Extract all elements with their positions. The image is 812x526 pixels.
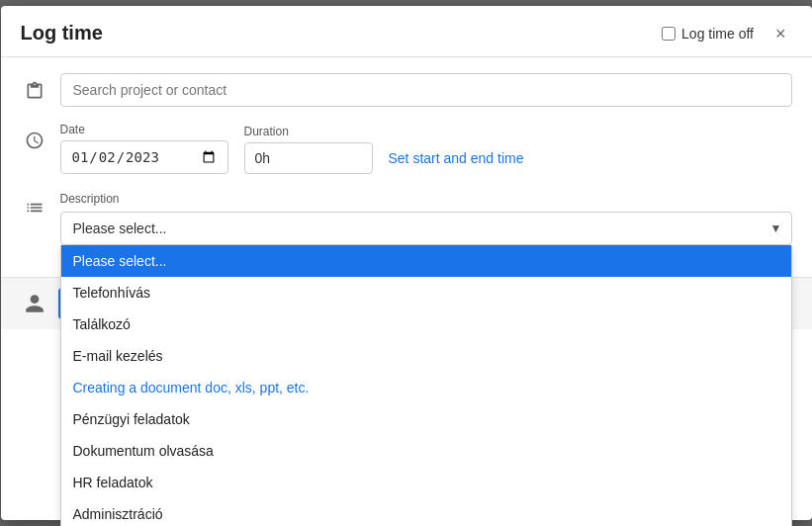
search-row: [21, 73, 792, 107]
description-field-content: Description Please select...Telefonhívás…: [60, 190, 792, 245]
duration-group: Duration: [244, 125, 373, 174]
dropdown-item[interactable]: HR feladatok: [61, 467, 791, 498]
modal-header: Log time Log time off ×: [1, 6, 812, 57]
description-icon: [21, 190, 48, 218]
dropdown-item[interactable]: Please select...: [61, 245, 791, 277]
log-time-off-label[interactable]: Log time off: [662, 26, 754, 42]
date-input[interactable]: [60, 140, 228, 174]
description-label: Description: [60, 192, 120, 206]
log-time-off-checkbox[interactable]: [662, 27, 676, 41]
search-field-content: [60, 73, 792, 107]
dropdown-item[interactable]: Creating a document doc, xls, ppt, etc.: [61, 372, 791, 403]
modal-title: Log time: [21, 22, 103, 44]
description-select-wrapper: Please select...TelefonhívásTalálkozóE-m…: [60, 212, 792, 245]
person-icon: [21, 293, 48, 314]
set-start-end-time-link[interactable]: Set start and end time: [389, 150, 524, 166]
list-svg: [25, 198, 45, 218]
duration-input[interactable]: [244, 142, 373, 174]
close-button[interactable]: ×: [769, 23, 792, 44]
dropdown-item[interactable]: Találkozó: [61, 308, 791, 340]
date-duration-fields: Date Duration Set start and end time: [60, 123, 792, 174]
description-select[interactable]: Please select...TelefonhívásTalálkozóE-m…: [60, 212, 792, 245]
clipboard-icon: [21, 73, 48, 101]
search-input[interactable]: [60, 73, 792, 107]
dropdown-item[interactable]: E-mail kezelés: [61, 340, 791, 372]
description-row: Description Please select...Telefonhívás…: [21, 190, 792, 245]
dropdown-item[interactable]: Adminisztráció: [61, 498, 791, 526]
duration-label: Duration: [244, 125, 373, 138]
date-label: Date: [60, 123, 228, 136]
date-group: Date: [60, 123, 228, 174]
clock-icon: [21, 123, 48, 150]
date-duration-content: Date Duration Set start and end time: [60, 123, 792, 174]
dropdown-list: Please select...TelefonhívásTalálkozóE-m…: [60, 245, 792, 526]
clipboard-svg: [25, 81, 45, 101]
modal-overlay: Log time Log time off ×: [0, 0, 812, 526]
dropdown-item[interactable]: Dokumentum olvasása: [61, 435, 791, 467]
dropdown-item[interactable]: Pénzügyi feladatok: [61, 403, 791, 435]
dropdown-item[interactable]: Telefonhívás: [61, 277, 791, 308]
log-time-off-text: Log time off: [681, 26, 754, 42]
person-svg: [24, 293, 45, 314]
modal-body: Date Duration Set start and end time: [1, 57, 812, 277]
header-right: Log time off ×: [662, 23, 791, 44]
date-duration-row: Date Duration Set start and end time: [21, 123, 792, 174]
clock-svg: [25, 131, 45, 150]
modal-dialog: Log time Log time off ×: [1, 6, 812, 520]
